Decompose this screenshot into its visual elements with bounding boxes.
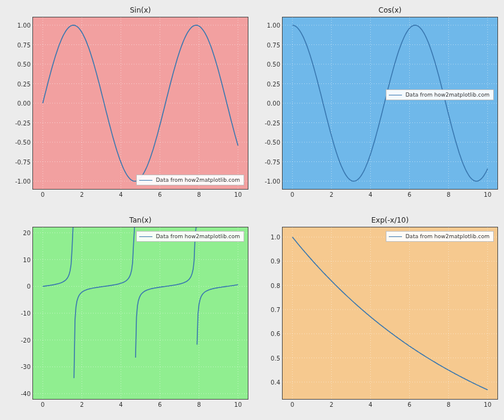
legend-label: Data from how2matplotlib.com [156, 177, 240, 183]
xtick: 0 [290, 401, 294, 408]
xtick: 8 [446, 401, 450, 408]
legend-swatch-icon [139, 236, 152, 237]
ytick: 0.25 [17, 80, 31, 87]
ytick: -0.75 [15, 158, 31, 165]
ytick: -1.00 [15, 178, 31, 185]
xtick: 6 [158, 401, 161, 408]
title-sin: Sin(x) [32, 6, 248, 14]
ytick: 0.50 [17, 61, 31, 68]
xtick: 10 [234, 401, 242, 408]
xtick: 2 [80, 401, 83, 408]
ytick: 1.0 [271, 234, 280, 241]
ytick: -0.25 [15, 119, 31, 126]
ytick: 0 [27, 283, 31, 290]
xtick: 10 [484, 191, 491, 198]
legend-sin: Data from how2matplotlib.com [136, 175, 244, 185]
xtick: 2 [80, 191, 83, 198]
series-tan [33, 227, 248, 399]
panel-sin: Sin(x) Data from how2matplotlib.com 0246… [32, 17, 248, 190]
ytick: -0.75 [265, 158, 280, 165]
legend-swatch-icon [389, 236, 402, 237]
xtick: 4 [368, 191, 372, 198]
series-cos [283, 17, 497, 189]
legend-tan: Data from how2matplotlib.com [136, 231, 244, 242]
xtick: 10 [484, 401, 491, 408]
ytick: 20 [23, 229, 31, 236]
plot-tan: Data from how2matplotlib.com 0246810-40-… [32, 227, 248, 400]
ytick: 0.6 [271, 331, 280, 337]
xtick: 2 [329, 191, 333, 198]
xtick: 2 [329, 401, 333, 408]
ytick: 0.4 [271, 379, 280, 385]
xtick: 0 [41, 401, 44, 408]
xtick: 6 [158, 191, 161, 198]
ytick: -0.50 [15, 139, 31, 146]
ytick: 0.75 [17, 41, 31, 48]
ytick: 0.8 [271, 282, 280, 289]
panel-cos: Cos(x) Data from how2matplotlib.com 0246… [282, 17, 498, 190]
ytick: 1.00 [267, 22, 280, 29]
ytick: 0.50 [267, 61, 280, 68]
figure: Sin(x) Data from how2matplotlib.com 0246… [0, 0, 504, 420]
plot-exp: Data from how2matplotlib.com 02468100.40… [282, 227, 498, 400]
xtick: 8 [197, 401, 200, 408]
ytick: 1.00 [17, 22, 31, 29]
xtick: 6 [407, 401, 411, 408]
series-sin [33, 17, 248, 189]
xtick: 0 [41, 191, 44, 198]
xtick: 10 [234, 191, 242, 198]
ytick: 0.5 [271, 355, 280, 361]
legend-label: Data from how2matplotlib.com [406, 233, 490, 239]
plot-cos: Data from how2matplotlib.com 0246810-1.0… [282, 17, 498, 190]
ytick: 10 [23, 256, 31, 263]
ytick: 0.00 [267, 100, 280, 107]
ytick: 0.00 [17, 100, 31, 107]
plot-sin: Data from how2matplotlib.com 0246810-1.0… [32, 17, 248, 190]
ytick: -30 [21, 364, 31, 370]
ytick: -20 [21, 337, 31, 343]
ytick: -10 [21, 310, 31, 317]
legend-cos: Data from how2matplotlib.com [386, 89, 494, 100]
title-tan: Tan(x) [32, 216, 248, 224]
title-cos: Cos(x) [282, 6, 498, 14]
legend-swatch-icon [139, 180, 152, 181]
ytick: 0.7 [271, 306, 280, 313]
xtick: 4 [368, 401, 372, 408]
ytick: 0.25 [267, 80, 280, 87]
xtick: 4 [119, 191, 122, 198]
xtick: 0 [290, 191, 294, 198]
legend-label: Data from how2matplotlib.com [156, 233, 240, 239]
legend-swatch-icon [389, 95, 402, 95]
ytick: -40 [21, 391, 31, 397]
legend-exp: Data from how2matplotlib.com [386, 231, 494, 242]
series-exp [283, 227, 497, 399]
panel-exp: Exp(-x/10) Data from how2matplotlib.com … [282, 227, 498, 400]
ytick: 0.9 [271, 258, 280, 265]
xtick: 6 [407, 191, 411, 198]
legend-label: Data from how2matplotlib.com [406, 92, 490, 98]
ytick: -1.00 [265, 178, 280, 185]
panel-tan: Tan(x) Data from how2matplotlib.com 0246… [32, 227, 248, 400]
title-exp: Exp(-x/10) [282, 216, 498, 224]
xtick: 4 [119, 401, 122, 408]
ytick: -0.50 [265, 139, 280, 146]
ytick: 0.75 [267, 41, 280, 48]
xtick: 8 [197, 191, 200, 198]
xtick: 8 [446, 191, 450, 198]
ytick: -0.25 [265, 119, 280, 126]
